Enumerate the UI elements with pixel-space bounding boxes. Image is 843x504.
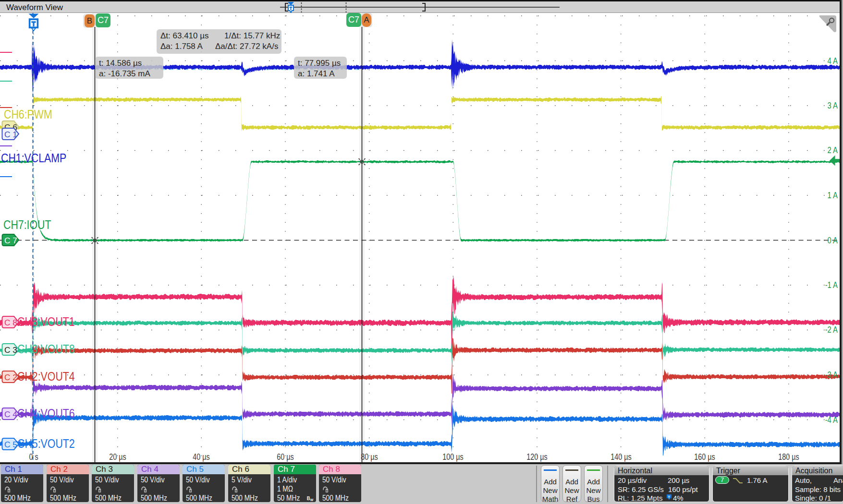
svg-text:C 5: C 5: [4, 440, 17, 449]
svg-text:C 2: C 2: [4, 373, 17, 382]
svg-text:C 7: C 7: [4, 236, 17, 245]
svg-text:C 1: C 1: [4, 130, 17, 139]
svg-text:C 4: C 4: [4, 410, 17, 419]
svg-text:C 8: C 8: [4, 318, 17, 327]
svg-text:C 3: C 3: [4, 346, 17, 355]
svg-text:T: T: [668, 495, 670, 499]
